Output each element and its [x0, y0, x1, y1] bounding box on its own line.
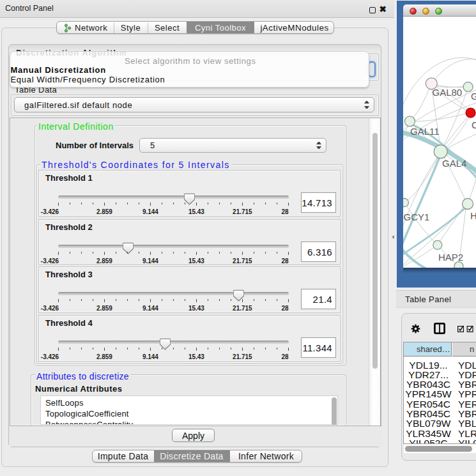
- svg-text:GAL11: GAL11: [410, 126, 440, 137]
- svg-text:H: H: [470, 210, 476, 221]
- svg-text:GAL4: GAL4: [442, 158, 466, 169]
- svg-text:C: C: [472, 119, 476, 130]
- svg-text:G: G: [471, 91, 476, 102]
- svg-text:GAL80: GAL80: [433, 87, 463, 98]
- svg-text:GCY1: GCY1: [404, 211, 430, 222]
- svg-text:HAP2: HAP2: [438, 252, 463, 263]
